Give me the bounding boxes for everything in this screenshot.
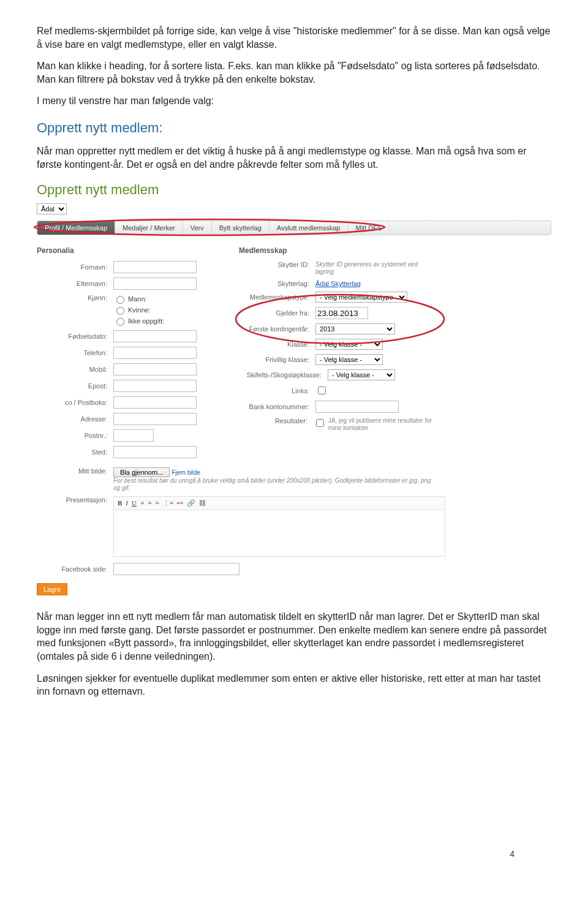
checkbox-resultater[interactable] xyxy=(316,419,324,427)
align-left-icon[interactable]: ≡ xyxy=(140,499,144,507)
section-heading: Opprett nytt medlem: xyxy=(37,120,551,136)
personalia-heading: Personalia xyxy=(37,246,202,255)
underline-icon[interactable]: U xyxy=(132,499,137,507)
select-ski[interactable]: - Velg klasse - xyxy=(328,369,395,380)
input-facebook[interactable] xyxy=(113,563,239,575)
rte-toolbar: B I U ≡ ≡ ≡ ⋮≡ •≡ 🔗 ⛓ xyxy=(114,497,445,510)
input-etternavn[interactable] xyxy=(113,277,197,290)
list-ol-icon[interactable]: ⋮≡ xyxy=(163,499,173,507)
intro-paragraph-2: Man kan klikke i heading, for å sortere … xyxy=(37,59,551,86)
radio-mann-label: Mann: xyxy=(128,295,147,303)
select-friv[interactable]: - Velg klasse - xyxy=(315,354,383,365)
list-ul-icon[interactable]: •≡ xyxy=(177,499,183,507)
label-forste: Første kontingentår: xyxy=(239,325,315,333)
unlink-icon[interactable]: ⛓ xyxy=(199,499,206,507)
label-fornavn: Fornavn: xyxy=(37,263,113,271)
label-ski: Skifelts-/Skogsløpklasse: xyxy=(239,371,328,379)
input-co[interactable] xyxy=(113,396,197,409)
label-presentasjon: Presentasjon: xyxy=(37,496,113,504)
label-etternavn: Etternavn: xyxy=(37,280,113,287)
label-mobil: Mobil: xyxy=(37,366,113,373)
align-right-icon[interactable]: ≡ xyxy=(155,499,159,507)
label-resultater: Resultater: xyxy=(239,417,314,424)
ui-screenshot: Opprett nytt medlem Ådal Profil / Medlem… xyxy=(37,182,551,595)
tab-mittdfs[interactable]: Mitt DFS xyxy=(349,221,390,235)
after-paragraph-1: Når man legger inn ett nytt medlem får m… xyxy=(37,610,551,663)
label-fodselsdato: Fødselsdato: xyxy=(37,333,113,340)
tab-verv[interactable]: Verv xyxy=(183,221,212,235)
select-mtype[interactable]: - Velg medlemskapstype - xyxy=(315,292,407,303)
mitt-bilde-hint: For best resultat bør du unngå å bruke v… xyxy=(113,477,432,492)
link-skytterlag[interactable]: Ådal Skytterlag xyxy=(315,280,361,287)
input-bank[interactable] xyxy=(315,401,399,413)
label-bank: Bank kontonummer: xyxy=(239,403,315,410)
ui-title: Opprett nytt medlem xyxy=(37,182,551,198)
align-center-icon[interactable]: ≡ xyxy=(148,499,151,507)
after-paragraph-2: Løsningen sjekker for eventuelle duplika… xyxy=(37,672,551,698)
intro-paragraph-1: Ref medlems-skjermbildet på forrige side… xyxy=(37,25,551,51)
input-fodselsdato[interactable] xyxy=(113,330,197,342)
input-sted[interactable] xyxy=(113,446,197,458)
label-co: co / Postboks: xyxy=(37,399,113,406)
tab-avslutt[interactable]: Avslutt medlemsskap xyxy=(270,221,349,235)
label-skytterlag: Skytterlag: xyxy=(239,280,315,287)
label-kjonn: Kjønn: xyxy=(37,294,113,301)
tab-bar: Profil / Medlemsskap Medaljer / Merker V… xyxy=(37,221,551,235)
rte-body[interactable] xyxy=(114,510,445,556)
label-facebook: Facebook side: xyxy=(37,565,113,573)
input-epost[interactable] xyxy=(113,380,197,392)
radio-kvinne-label: Kvinne: xyxy=(128,306,151,314)
medlemsskap-heading: Medlemsskap xyxy=(239,246,441,255)
section-description: Når man oppretter nytt medlem er det vik… xyxy=(37,145,551,171)
label-mtype: Medlemsskapstype: xyxy=(239,293,315,301)
tab-profil[interactable]: Profil / Medlemsskap xyxy=(37,221,115,235)
page-number: 4 xyxy=(510,849,514,859)
label-telefon: Telefon: xyxy=(37,349,113,357)
input-postnr[interactable] xyxy=(113,429,154,442)
label-links: Links: xyxy=(239,387,315,394)
input-adresse[interactable] xyxy=(113,413,197,425)
intro-paragraph-3: I meny til venstre har man følgende valg… xyxy=(37,94,551,108)
radio-ikke-oppgitt[interactable] xyxy=(116,318,124,326)
label-epost: Epost: xyxy=(37,382,113,390)
label-sted: Sted: xyxy=(37,448,113,456)
label-gjelder: Gjelder fra: xyxy=(239,309,315,317)
checkbox-links[interactable] xyxy=(318,387,326,394)
tab-bytt[interactable]: Bytt skytterlag xyxy=(212,221,270,235)
italic-icon[interactable]: I xyxy=(126,499,128,507)
select-klasse[interactable]: - Velg klasse - xyxy=(315,339,383,350)
fjern-bilde-link[interactable]: Fjern bilde xyxy=(172,469,200,476)
radio-mann[interactable] xyxy=(116,296,124,304)
browse-button[interactable]: Bla gjennom... xyxy=(113,467,170,477)
input-mobil[interactable] xyxy=(113,363,197,375)
label-mitt-bilde: Mitt bilde: xyxy=(37,467,113,475)
resultater-helper: JA, jeg vil publisere mine resultater fo… xyxy=(328,417,441,432)
input-telefon[interactable] xyxy=(113,347,197,359)
rich-text-editor[interactable]: B I U ≡ ≡ ≡ ⋮≡ •≡ 🔗 ⛓ xyxy=(113,496,445,557)
input-gjelder[interactable] xyxy=(315,307,368,319)
label-skytterid: Skytter ID: xyxy=(239,261,315,268)
skytterid-helper: Skytter ID genereres av systemet ved lag… xyxy=(315,261,432,276)
input-fornavn[interactable] xyxy=(113,261,197,273)
radio-kvinne[interactable] xyxy=(116,307,124,315)
radio-ikke-oppgitt-label: Ikke oppgitt: xyxy=(128,317,164,325)
link-icon[interactable]: 🔗 xyxy=(187,499,195,507)
tab-medaljer[interactable]: Medaljer / Merker xyxy=(115,221,183,235)
label-postnr: Postnr.: xyxy=(37,432,113,439)
select-forste[interactable]: 2013 xyxy=(315,323,395,334)
label-friv: Frivillig klasse: xyxy=(239,356,315,363)
organisation-select[interactable]: Ådal xyxy=(37,203,67,214)
bold-icon[interactable]: B xyxy=(118,499,122,507)
label-klasse: Klasse: xyxy=(239,341,315,348)
lagre-button[interactable]: Lagre xyxy=(37,583,67,595)
label-adresse: Adresse: xyxy=(37,415,113,423)
